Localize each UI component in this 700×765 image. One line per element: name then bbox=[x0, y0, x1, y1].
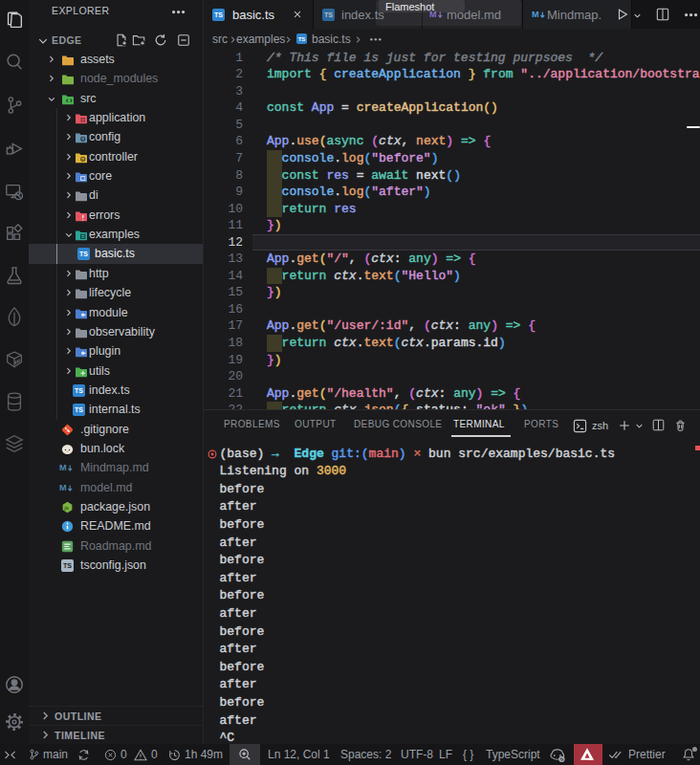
svg-text:js: js bbox=[63, 505, 69, 511]
svg-text:M: M bbox=[532, 10, 539, 19]
svg-text:M: M bbox=[59, 483, 67, 492]
svg-text:M: M bbox=[59, 463, 67, 472]
